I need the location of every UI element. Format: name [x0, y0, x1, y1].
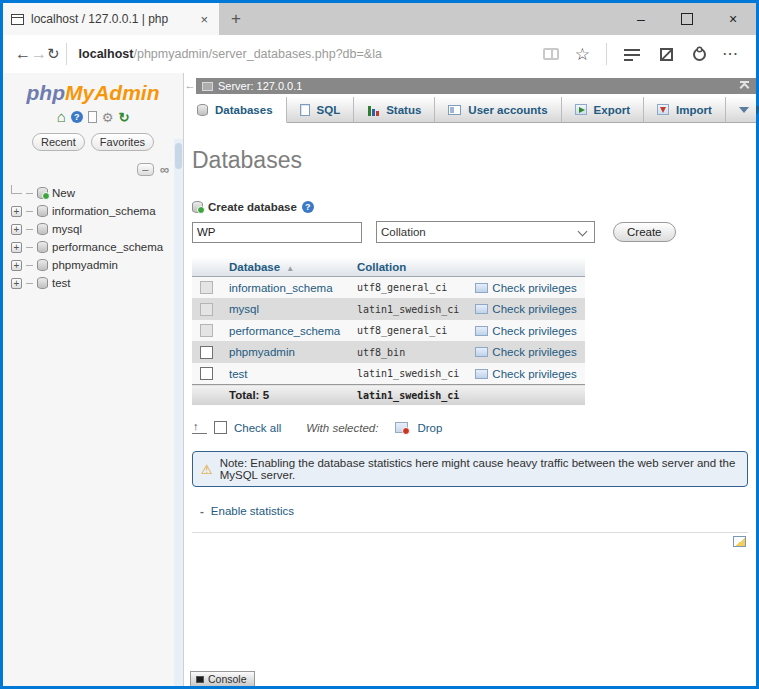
- bulk-actions-row: Check all With selected: Drop: [192, 421, 748, 434]
- expand-icon[interactable]: [11, 242, 22, 253]
- drop-icon: [395, 422, 408, 433]
- sidebar-scrollbar[interactable]: [174, 139, 183, 686]
- tab-sql[interactable]: SQL: [287, 97, 355, 122]
- address-bar[interactable]: localhost/phpmyadmin/server_databases.ph…: [73, 47, 539, 61]
- expand-icon[interactable]: [11, 260, 22, 271]
- row-checkbox[interactable]: [200, 346, 213, 359]
- scroll-top-icon[interactable]: [738, 81, 750, 91]
- favorites-star-icon[interactable]: ☆: [575, 46, 590, 63]
- tab-import[interactable]: Import: [644, 97, 726, 122]
- tree-item-information_schema: information_schema: [11, 202, 183, 220]
- collapse-all-icon[interactable]: [137, 163, 154, 176]
- console-button[interactable]: Console: [190, 671, 255, 686]
- toolbar-divider: [66, 43, 67, 65]
- user-accounts-icon: [448, 105, 461, 115]
- refresh-icon[interactable]: ↻: [47, 45, 60, 62]
- tree-item-label[interactable]: test: [52, 277, 71, 289]
- title-bar: localhost / 127.0.0.1 | php × + –×: [3, 3, 756, 35]
- new-tab-button[interactable]: +: [219, 3, 253, 35]
- close-button[interactable]: ×: [710, 3, 756, 35]
- database-icon: [37, 223, 48, 235]
- gear-icon[interactable]: [102, 108, 114, 126]
- column-header-database[interactable]: Database▲: [221, 258, 349, 277]
- maximize-button[interactable]: [664, 3, 710, 35]
- doc-icon[interactable]: [88, 111, 97, 123]
- table-row: information_schemautf8_general_ciCheck p…: [192, 277, 585, 299]
- database-icon: [37, 205, 48, 217]
- tree-connector: [26, 211, 33, 212]
- tree-item-label[interactable]: information_schema: [52, 205, 156, 217]
- database-new-icon: [37, 187, 48, 199]
- back-icon[interactable]: ←: [15, 45, 31, 62]
- filter-favorites[interactable]: Favorites: [91, 133, 154, 151]
- tree-item-label[interactable]: New: [52, 187, 75, 199]
- with-selected-label: With selected:: [306, 422, 378, 434]
- column-header-collation[interactable]: Collation: [349, 258, 467, 277]
- help-icon[interactable]: [71, 111, 83, 123]
- drop-link[interactable]: Drop: [417, 422, 442, 434]
- tree-connector: [26, 193, 33, 194]
- caret-down-icon: [739, 107, 749, 113]
- browser-tab[interactable]: localhost / 127.0.0.1 | php ×: [3, 3, 219, 35]
- check-privileges-link[interactable]: Check privileges: [492, 368, 576, 380]
- tree-item-label[interactable]: phpmyadmin: [52, 259, 118, 271]
- expand-icon[interactable]: [11, 278, 22, 289]
- tree-item-label[interactable]: mysql: [52, 223, 82, 235]
- pma-tab-bar: DatabasesSQLStatusUser accountsExportImp…: [184, 97, 756, 123]
- check-privileges-link[interactable]: Check privileges: [492, 346, 576, 358]
- check-all-link[interactable]: Check all: [234, 422, 281, 434]
- tab-status[interactable]: Status: [354, 97, 435, 122]
- table-row: performance_schemautf8_general_ciCheck p…: [192, 320, 585, 341]
- refresh-nav-icon[interactable]: [118, 108, 129, 126]
- expand-icon[interactable]: [11, 206, 22, 217]
- reading-view-icon[interactable]: [543, 48, 559, 60]
- unlink-icon[interactable]: [160, 160, 169, 178]
- bullet: -: [200, 505, 204, 517]
- home-icon[interactable]: [57, 108, 66, 126]
- tree-item-phpmyadmin: phpmyadmin: [11, 256, 183, 274]
- tab-user-accounts[interactable]: User accounts: [435, 97, 561, 122]
- hub-icon[interactable]: [624, 48, 641, 61]
- filter-recent[interactable]: Recent: [32, 133, 85, 151]
- server-breadcrumb: Server: 127.0.0.1: [196, 78, 756, 94]
- forward-icon[interactable]: →: [31, 45, 47, 62]
- enable-statistics-link[interactable]: Enable statistics: [211, 505, 294, 517]
- database-link[interactable]: performance_schema: [229, 325, 340, 337]
- tab-label: User accounts: [468, 104, 547, 116]
- status-icon: [367, 104, 379, 116]
- export-icon: [575, 104, 587, 115]
- database-link[interactable]: test: [229, 368, 248, 380]
- open-new-window-icon[interactable]: [733, 536, 746, 547]
- tab-label: SQL: [317, 104, 341, 116]
- more-icon[interactable]: ⋯: [722, 46, 738, 62]
- database-name-input[interactable]: [192, 222, 362, 243]
- sql-icon: [300, 104, 310, 116]
- check-privileges-link[interactable]: Check privileges: [492, 303, 576, 315]
- minimize-button[interactable]: –: [618, 3, 664, 35]
- share-icon[interactable]: [693, 48, 706, 61]
- web-note-icon[interactable]: [660, 48, 673, 61]
- tab-title: localhost / 127.0.0.1 | php: [31, 12, 190, 26]
- row-checkbox[interactable]: [200, 367, 213, 380]
- privileges-icon: [475, 283, 488, 293]
- check-privileges-link[interactable]: Check privileges: [492, 282, 576, 294]
- database-link[interactable]: phpmyadmin: [229, 346, 295, 358]
- tab-databases[interactable]: Databases: [184, 97, 287, 123]
- panel-collapse-icon[interactable]: ←: [184, 78, 196, 93]
- note-text: Note: Enabling the database statistics h…: [220, 457, 739, 481]
- expand-icon[interactable]: [11, 224, 22, 235]
- tab-close-icon[interactable]: ×: [197, 12, 211, 27]
- privileges-icon: [475, 369, 488, 379]
- tab-export[interactable]: Export: [562, 97, 644, 122]
- tree-item-label[interactable]: performance_schema: [52, 241, 163, 253]
- database-link[interactable]: mysql: [229, 303, 259, 315]
- collation-select[interactable]: Collation: [376, 221, 595, 243]
- check-all-checkbox[interactable]: [214, 421, 227, 434]
- help-icon[interactable]: [302, 201, 314, 213]
- database-link[interactable]: information_schema: [229, 282, 333, 294]
- table-row: phpmyadminutf8_binCheck privileges: [192, 341, 585, 362]
- create-button[interactable]: Create: [613, 222, 676, 242]
- database-tree: Newinformation_schemamysqlperformance_sc…: [11, 184, 183, 292]
- tab-more[interactable]: More: [726, 97, 759, 122]
- check-privileges-link[interactable]: Check privileges: [492, 325, 576, 337]
